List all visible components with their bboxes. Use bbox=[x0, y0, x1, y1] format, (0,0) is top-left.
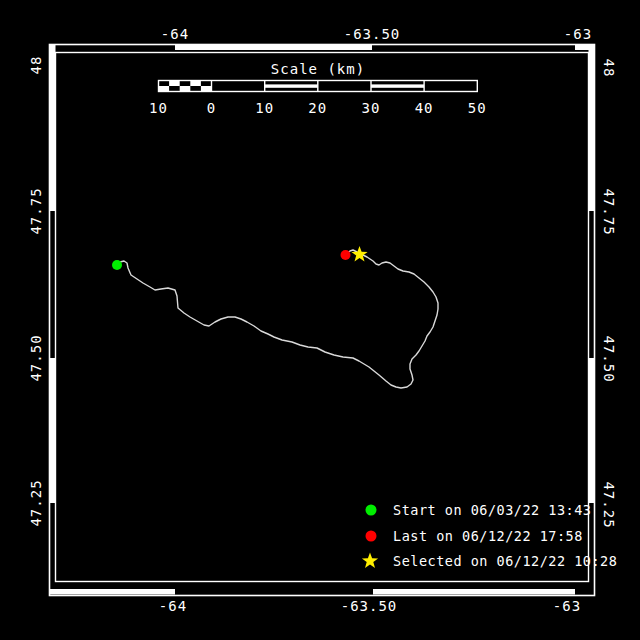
legend-selected-label: Selected on 06/12/22 10:28 bbox=[393, 553, 617, 569]
scale-bar-title: Scale (km) bbox=[271, 61, 365, 77]
frame-block-right bbox=[589, 45, 595, 212]
legend-start-label: Start on 06/03/22 13:43 bbox=[393, 502, 591, 518]
scale-bar-check bbox=[180, 86, 191, 91]
left-axis-tick-label: 47.25 bbox=[28, 479, 44, 526]
scale-bar-check bbox=[159, 86, 170, 91]
left-axis-tick-label: 47.50 bbox=[28, 334, 44, 381]
scale-bar-label: 10 bbox=[255, 100, 274, 116]
frame-block-left bbox=[50, 358, 56, 503]
track-polyline[interactable] bbox=[117, 250, 438, 388]
bottom-axis-tick-label: -64 bbox=[159, 598, 187, 614]
scale-bar-band bbox=[371, 84, 424, 87]
legend: Start on 06/03/22 13:43 Last on 06/12/22… bbox=[362, 502, 617, 570]
top-axis-tick-label: -63.50 bbox=[344, 26, 401, 42]
scale-bar-label: 20 bbox=[308, 100, 327, 116]
frame-block-right bbox=[589, 358, 595, 503]
legend-selected-icon bbox=[362, 553, 378, 568]
legend-start-icon bbox=[366, 505, 377, 516]
map-canvas[interactable]: -64 -63.50 -63 -64 -63.50 -63 48 47.75 4… bbox=[0, 0, 640, 640]
scale-bar-check bbox=[169, 81, 180, 86]
frame-block-left bbox=[50, 45, 56, 212]
right-axis-tick-label: 47.75 bbox=[601, 188, 617, 235]
right-axis-tick-label: 48 bbox=[601, 59, 617, 78]
drifter-map-plot: -64 -63.50 -63 -64 -63.50 -63 48 47.75 4… bbox=[0, 0, 640, 640]
scale-bar-label: 50 bbox=[468, 100, 487, 116]
scale-bar-band bbox=[265, 84, 318, 87]
drifter-track[interactable] bbox=[112, 246, 438, 388]
selected-point-marker[interactable] bbox=[351, 246, 367, 261]
star-icon bbox=[362, 553, 378, 568]
scale-bar: Scale (km) 10 0 10 20 30 40 50 bbox=[149, 61, 487, 116]
scale-bar-check bbox=[190, 81, 201, 86]
star-icon bbox=[351, 246, 367, 261]
frame-block-bottom bbox=[373, 589, 575, 595]
left-axis-tick-label: 48 bbox=[28, 56, 44, 75]
right-axis-tick-label: 47.25 bbox=[601, 481, 617, 528]
start-point-marker[interactable] bbox=[112, 260, 122, 270]
left-axis-tick-label: 47.75 bbox=[28, 187, 44, 234]
right-axis-tick-label: 47.50 bbox=[601, 335, 617, 382]
scale-bar-check bbox=[201, 86, 212, 91]
scale-bar-label: 10 bbox=[149, 100, 168, 116]
frame-block-top bbox=[175, 45, 372, 51]
frame-block-bottom bbox=[50, 589, 176, 595]
top-axis-tick-label: -63 bbox=[564, 26, 592, 42]
scale-bar-label: 40 bbox=[415, 100, 434, 116]
scale-bar-label: 30 bbox=[362, 100, 381, 116]
legend-last-icon bbox=[366, 531, 377, 542]
top-axis-tick-label: -64 bbox=[161, 26, 189, 42]
bottom-axis-tick-label: -63.50 bbox=[341, 598, 398, 614]
bottom-axis-tick-label: -63 bbox=[553, 598, 581, 614]
scale-bar-label: 0 bbox=[207, 100, 216, 116]
legend-last-label: Last on 06/12/22 17:58 bbox=[393, 528, 583, 544]
last-point-marker[interactable] bbox=[341, 250, 351, 260]
